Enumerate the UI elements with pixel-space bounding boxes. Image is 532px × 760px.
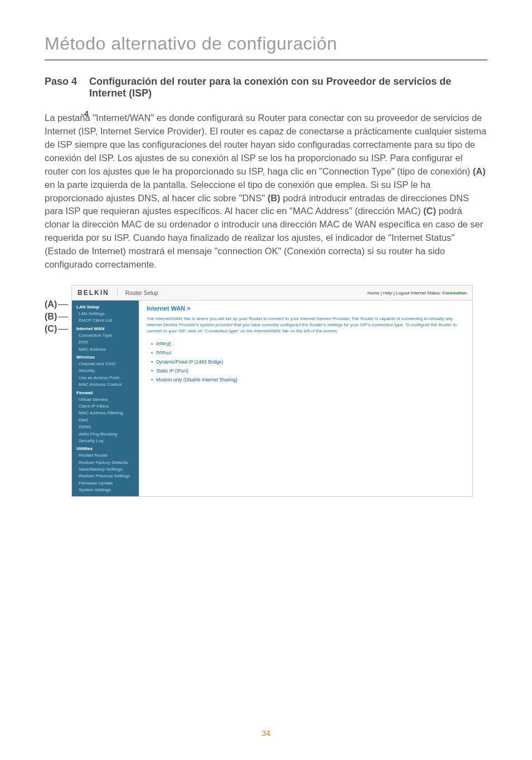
router-setup-label: Router Setup (125, 290, 158, 296)
sidebar-item[interactable]: DDNS (72, 424, 139, 430)
callout-b: (B) (45, 312, 57, 322)
sidebar-item[interactable]: Security Log (72, 438, 139, 444)
sidebar-item-connection-type[interactable]: Connection Type (72, 332, 139, 339)
sidebar-section-internet-wan: Internet WAN (72, 325, 139, 332)
panel-text: The Internet/WAN Tab is where you will s… (147, 316, 465, 334)
sidebar-item[interactable]: System Settings (72, 487, 139, 493)
router-body: LAN Setup LAN Settings DHCP Client List … (72, 301, 472, 496)
panel-heading: Internet WAN > (147, 305, 465, 312)
callout-line (58, 329, 68, 330)
connection-type-list: PPPoE PPPoA Dynamic/Fixed IP (1483 Bridg… (147, 340, 465, 384)
sidebar-item[interactable]: Restart Router (72, 452, 139, 459)
callout-a: (A) (45, 299, 57, 309)
connection-option[interactable]: Modem only (Disable Internet Sharing) (151, 375, 465, 384)
step-label: Paso 4 (45, 76, 89, 99)
sidebar-item[interactable]: LAN Settings (72, 311, 139, 317)
router-header: BELKIN Router Setup Home | Help | Logout… (72, 285, 472, 301)
sidebar-section-firewall: Firewall (72, 389, 139, 396)
callout-a-inline: (A) (473, 166, 486, 176)
sidebar-item[interactable]: Virtual Servers (72, 396, 139, 403)
callout-line (58, 304, 68, 305)
step-title: Configuración del router para la conexió… (89, 76, 487, 99)
sidebar-item-dns[interactable]: DNS (72, 339, 139, 346)
sidebar-item[interactable]: Restore Factory Defaults (72, 459, 139, 466)
sidebar-item[interactable]: Firmware Update (72, 480, 139, 487)
router-ui: BELKIN Router Setup Home | Help | Logout… (71, 285, 473, 497)
sidebar-item[interactable]: Use as Access Point (72, 375, 139, 381)
internet-status-value: Connection (442, 291, 467, 296)
callout-c-inline: (C) (423, 206, 436, 216)
belkin-logo: BELKIN (78, 289, 118, 297)
connection-option[interactable]: Dynamic/Fixed IP (1483 Bridge) (151, 357, 465, 366)
connection-option[interactable]: PPPoE (151, 340, 465, 348)
router-screenshot: (A) (B) (C) BELKIN Router Setup Home | H… (45, 285, 487, 497)
sidebar-item[interactable]: Restore Previous Settings (72, 473, 139, 480)
chapter-title: Método alternativo de configuración (45, 33, 487, 54)
callout-c: (C) (45, 324, 57, 334)
sidebar-item[interactable]: Security (72, 367, 139, 374)
sidebar-item-mac-address[interactable]: MAC Address (72, 346, 139, 353)
header-links-text: Home | Help | Logout Internet Status: (367, 291, 442, 296)
sidebar-item[interactable]: DHCP Client List (72, 317, 139, 324)
connection-option[interactable]: Static IP (IPoA) (151, 366, 465, 375)
step-heading: Paso 4 Configuración del router para la … (45, 76, 487, 99)
sidebar-section-wireless: Wireless (72, 353, 139, 361)
router-sidebar: LAN Setup LAN Settings DHCP Client List … (72, 301, 139, 496)
sidebar-item[interactable]: MAC Address Filtering (72, 410, 139, 417)
page-number: 34 (0, 729, 532, 738)
callout-labels: (A) (B) (C) (45, 299, 68, 336)
sidebar-section-utilities: Utilities (72, 444, 139, 452)
sidebar-section-lan: LAN Setup (72, 303, 139, 311)
sidebar-item[interactable]: Channel and SSID (72, 361, 139, 367)
header-links[interactable]: Home | Help | Logout Internet Status: Co… (367, 291, 467, 296)
connection-option[interactable]: PPPoA (151, 348, 465, 357)
sidebar-item[interactable]: Client IP Filters (72, 403, 139, 410)
body-paragraph: 4 La pestaña "Internet/WAN" es donde con… (45, 112, 487, 272)
sidebar-item[interactable]: WAN Ping Blocking (72, 431, 139, 438)
sidebar-item[interactable]: Save/Backup Settings (72, 466, 139, 473)
callout-line (58, 317, 68, 317)
floating-marker: 4 (84, 108, 89, 119)
sidebar-item[interactable]: DMZ (72, 417, 139, 424)
body-seg-1: La pestaña "Internet/WAN" es donde confi… (45, 113, 486, 176)
callout-b-inline: (B) (268, 193, 280, 203)
divider (45, 60, 487, 60)
sidebar-item[interactable]: MAC Address Control (72, 381, 139, 388)
router-main-panel: Internet WAN > The Internet/WAN Tab is w… (139, 301, 472, 496)
